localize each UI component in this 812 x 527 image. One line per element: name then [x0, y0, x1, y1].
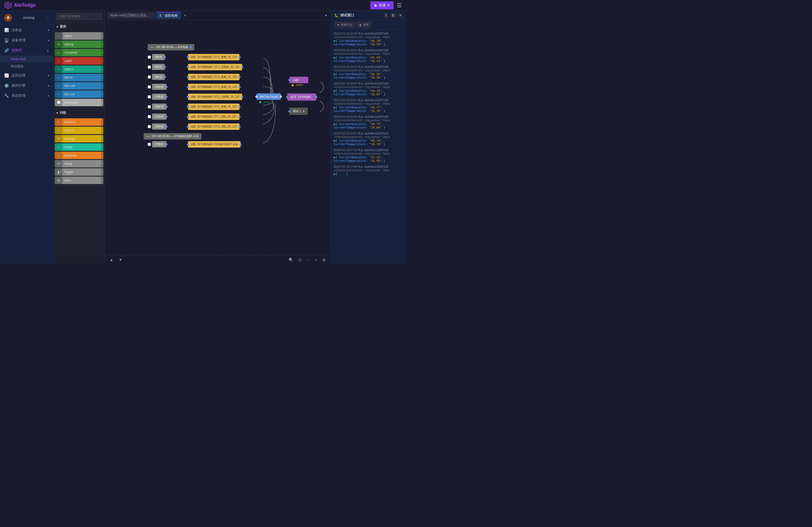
inject-node-7[interactable]: 21秒后 — [152, 114, 166, 120]
debug-clear-button[interactable]: 🗑 — [390, 13, 396, 18]
sidebar-item-rules[interactable]: ⚙️ 规则引擎 ▾ — [0, 80, 54, 91]
comment-handle: ≡ — [101, 99, 103, 106]
section-general-label: 通用 — [60, 25, 66, 29]
read-node-5[interactable]: 读取【6号楼电梯】DT-5_无障碍_30_121 — [188, 94, 242, 100]
system-chevron-icon: ▾ — [48, 94, 49, 97]
section-general-header[interactable]: ▾ 通用 — [54, 22, 104, 31]
search-input[interactable] — [56, 13, 102, 20]
inject5-checkbox[interactable] — [148, 95, 151, 99]
sidebar-item-device[interactable]: 🖥️ 设备管理 ▾ — [0, 35, 54, 45]
filter-all-nodes-button[interactable]: ▼ 所有节点 — [334, 22, 355, 28]
palette-node-change[interactable]: ✎ change ≡ — [55, 135, 103, 142]
template-label: template — [62, 153, 101, 157]
palette-node-comment[interactable]: 💬 comment ≡ — [55, 99, 103, 106]
palette-function-items: ƒ function ≡ ⟨ switch ≡ — [54, 117, 104, 186]
inject-node-8[interactable]: 24秒后 — [152, 123, 166, 130]
tab-nodered-random[interactable]: Node-red动态随机生成温湿度 — [107, 12, 155, 19]
palette-node-linkout[interactable]: → link out ≡ — [55, 90, 103, 98]
bacnet-label: BACnet Read — [260, 95, 278, 98]
svg-marker-1 — [6, 3, 10, 7]
read3-port-left — [187, 76, 189, 78]
read-node-2[interactable]: 读取【6号楼电梯】DT-2_无障碍_30_125 — [188, 64, 242, 70]
palette-node-linkcall[interactable]: ↔ link call ≡ — [55, 82, 103, 90]
read-node-4[interactable]: 读取【6号楼电梯】DT-4_客梯_30_120 — [188, 84, 240, 90]
sidebar-item-protocol[interactable]: 协议模块 — [0, 62, 54, 70]
read-node-6[interactable]: 读取【6号楼电梯】DT-6_客梯_30_122 — [188, 104, 240, 110]
read-node-7[interactable]: 读取【6号楼电梯】DT-7_消防_30_127 — [188, 114, 240, 120]
tab-add-button[interactable]: + — [182, 12, 188, 19]
palette-node-exec[interactable]: ⚙ exec ≡ — [55, 177, 103, 184]
sidebar-item-system[interactable]: 🔧 系统管理 ▾ — [0, 91, 54, 101]
sidebar-item-monitor[interactable]: 📈 监控运维 ▾ — [0, 70, 54, 80]
debug1-node[interactable]: 调试 1 ≡ — [289, 108, 308, 115]
palette-node-function[interactable]: ƒ function ≡ — [55, 118, 103, 126]
palette-node-switch[interactable]: ⟨ switch ≡ — [55, 127, 103, 134]
inject2-checkbox[interactable] — [148, 65, 151, 69]
sidebar-item-dashboard[interactable]: 📊 仪表盘 ▾ — [0, 25, 54, 35]
monitor-button[interactable]: 🖥 — [321, 257, 328, 262]
debug-msg-time-4: 2024/7/23 18:26:57 节点: a1a7ebc132297118 — [334, 99, 403, 102]
inject-node-2[interactable]: 6秒后 — [152, 64, 165, 70]
process-node[interactable]: 处理【6号电梯】 — [287, 93, 316, 101]
deploy-button[interactable]: ▶ 部署 ▾ — [370, 1, 394, 10]
read5-port-left — [187, 96, 189, 98]
read-node-9[interactable]: 读取【6号楼电梯】6号电梯东面8F-水表 — [188, 141, 241, 148]
tab-elevator[interactable]: 5、读取电梯 — [156, 12, 181, 19]
source-node-2[interactable]: ⟵ 192.168.30.90——6号电梯东面8F-水表 — [144, 133, 201, 139]
palette-node-delay[interactable]: ↺ delay ≡ — [55, 160, 103, 167]
sidebar-item-gateway[interactable]: 🔗 软网关 ▲ — [0, 45, 54, 56]
inject-node-5[interactable]: 15秒后 — [152, 94, 166, 100]
debug-info-button[interactable]: ℹ — [384, 13, 388, 18]
canvas[interactable]: ⟵ 192.168.30.90——6号电梯 3秒后 — [105, 20, 331, 255]
search-button[interactable]: 🔍 — [287, 257, 295, 262]
palette-node-linkin[interactable]: → link in ≡ — [55, 74, 103, 81]
read-node-3[interactable]: 读取【6号楼电梯】DT-3_客梯_30_126 — [188, 74, 240, 80]
zoom-out-button[interactable]: − — [306, 257, 311, 262]
zoom-in-button[interactable]: + — [313, 257, 318, 262]
deploy-chevron-icon: ▾ — [388, 3, 389, 7]
sidebar-item-nodered[interactable]: Node-Red — [0, 56, 54, 62]
read-node-8[interactable]: 读取【6号楼电梯】DT-8_消防_30_123 — [188, 123, 240, 130]
inject-icon: → — [55, 32, 62, 40]
canvas-wrapper: Node-red动态随机生成温湿度 5、读取电梯 + ▾ — [105, 11, 331, 264]
bacnet-node[interactable]: BACnet Read active — [257, 93, 281, 100]
section-function-header[interactable]: ▾ 功能 — [54, 108, 104, 117]
inject1-checkbox[interactable] — [148, 56, 151, 59]
palette-node-template[interactable]: { template ≡ — [55, 152, 103, 159]
filter-all-button[interactable]: 🗑 所有 — [357, 22, 371, 28]
inject-node-6[interactable]: 18秒后 — [152, 104, 166, 110]
palette-node-range[interactable]: i range ≡ — [55, 143, 103, 151]
inject6-checkbox[interactable] — [148, 105, 151, 108]
device-chevron-icon: ▾ — [48, 39, 49, 42]
scroll-up-button[interactable]: ▲ — [108, 257, 115, 262]
palette-node-debug[interactable]: ≡ debug ≡ — [55, 41, 103, 48]
read8-label: 读取【6号楼电梯】DT-8_消防_30_123 — [191, 125, 237, 128]
palette-node-status[interactable]: ~ status ≡ — [55, 65, 103, 73]
source-node-1[interactable]: ⟵ 192.168.30.90——6号电梯 — [148, 44, 194, 50]
hamburger-menu[interactable]: ☰ — [397, 2, 402, 9]
inject7-checkbox[interactable] — [148, 115, 151, 118]
logout-icon[interactable]: → — [46, 16, 49, 20]
tab-dropdown-icon[interactable]: ▾ — [323, 12, 329, 18]
fit-button[interactable]: ⊡ — [297, 257, 303, 262]
read6-port-right — [238, 106, 241, 108]
inject9-checkbox[interactable] — [148, 143, 151, 146]
scroll-down-button[interactable]: ▼ — [117, 257, 124, 262]
device-label: 设备管理 — [12, 38, 26, 43]
palette-node-inject[interactable]: → inject ≡ — [55, 32, 103, 40]
inject4-checkbox[interactable] — [148, 85, 151, 89]
mqtt-node[interactable]: mqtt 连接中 — [289, 77, 308, 83]
inject-node-9[interactable]: 27秒后 — [152, 141, 166, 147]
inject3-checkbox[interactable] — [148, 75, 151, 79]
debug-dropdown-icon[interactable]: ▾ — [398, 13, 403, 18]
exec-icon: ⚙ — [55, 177, 62, 184]
palette-node-complete[interactable]: ✓ complete ≡ — [55, 49, 103, 56]
inject-node-1[interactable]: 3秒后 — [152, 54, 165, 60]
palette-node-trigger[interactable]: ▮ trigger ≡ — [55, 168, 103, 176]
read-node-1[interactable]: 读取【6号楼电梯】DT-1_客梯_30_124 — [188, 54, 240, 60]
palette-node-catch[interactable]: ! catch ≡ — [55, 57, 103, 65]
status-handle: ≡ — [101, 65, 103, 73]
inject8-checkbox[interactable] — [148, 125, 151, 128]
inject-node-3[interactable]: 9秒后 — [152, 74, 165, 80]
inject-node-4[interactable]: 12秒后 — [152, 84, 166, 90]
